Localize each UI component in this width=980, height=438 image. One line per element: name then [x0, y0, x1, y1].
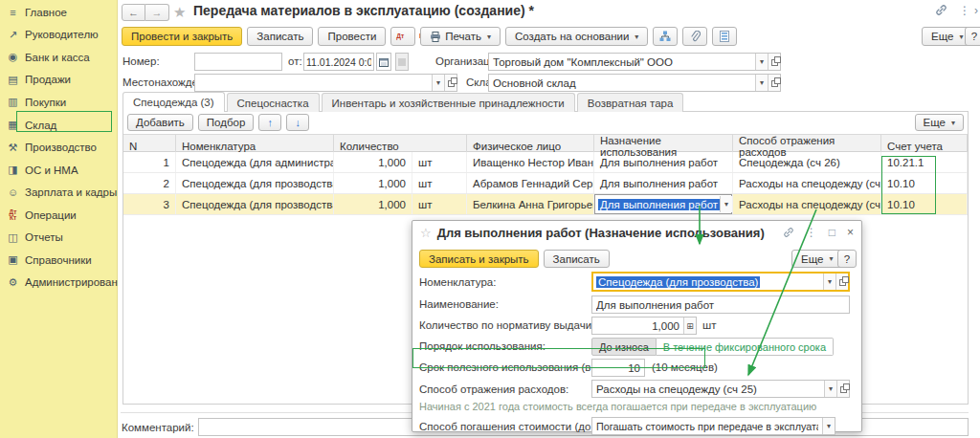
open-icon[interactable]	[836, 381, 849, 397]
structure-icon	[659, 31, 671, 42]
dialog-save-button[interactable]: Записать	[544, 250, 610, 268]
number-label: Номер:	[122, 55, 160, 67]
grid-more-button[interactable]: Еще▾	[915, 114, 964, 131]
dropdown-icon: ▾	[829, 254, 833, 263]
attachments-button[interactable]	[682, 27, 707, 46]
note-2021: Начиная с 2021 года стоимость всегда пог…	[419, 401, 816, 412]
calendar-icon	[379, 57, 389, 67]
expense-method-label: Способ отражения расходов:	[419, 383, 568, 395]
dropdown-icon: ▾	[487, 33, 491, 41]
nomenclature-field: Спецодежда (для прозводства) ▾	[591, 272, 850, 292]
create-based-on-button[interactable]: Создать на основании▾	[505, 27, 648, 46]
expense-method-input[interactable]	[592, 381, 824, 397]
sidebar-item-administration[interactable]: ⚙Администрирование	[0, 272, 117, 295]
name-field	[591, 296, 850, 314]
sidebar-item-fixed-assets[interactable]: ◨ОС и НМА	[0, 159, 117, 182]
open-icon[interactable]	[732, 196, 733, 212]
useful-life-field	[591, 359, 645, 377]
get-link-icon[interactable]	[783, 227, 794, 238]
purpose-combo[interactable]: Для выполнения работ ▾	[594, 194, 732, 214]
useful-life-input[interactable]	[592, 360, 644, 376]
nomenclature-value[interactable]: Спецодежда (для прозводства)	[596, 276, 760, 288]
app-window: ≡Главное ↗Руководителю ◉Банк и касса ▤Пр…	[0, 0, 980, 438]
dropdown-icon[interactable]: ▾	[823, 274, 835, 290]
number-input[interactable]	[195, 54, 281, 70]
dropdown-icon[interactable]: ▾	[755, 75, 768, 91]
current-date-button[interactable]	[395, 53, 409, 71]
dialog-help-button[interactable]: ?	[837, 250, 857, 268]
open-icon[interactable]	[835, 274, 848, 290]
dropdown-icon[interactable]: ▾	[755, 54, 768, 70]
maximize-icon[interactable]: □	[829, 226, 835, 239]
structure-button[interactable]	[653, 27, 678, 46]
dtkt-postings-button[interactable]: Дт Кт	[390, 27, 415, 46]
dialog-titlebar: ☆ Для выполнения работ (Назначение испол…	[412, 221, 861, 244]
usage-until-wear-option[interactable]: До износа	[591, 338, 657, 356]
tab-workwear[interactable]: Спецодежда (3)	[122, 92, 225, 112]
print-button[interactable]: Печать▾	[420, 27, 501, 46]
cart-icon: ▥	[6, 96, 20, 108]
dropdown-icon[interactable]: ▾	[432, 75, 444, 91]
warehouse-input[interactable]	[489, 75, 755, 91]
redemption-field: ▾	[591, 417, 835, 435]
dropdown-icon[interactable]: ▾	[720, 196, 732, 212]
useful-life-hint: (10 месяцев)	[652, 361, 718, 373]
more-dots-icon[interactable]: ⋮	[959, 4, 970, 17]
expense-method-field: ▾	[591, 380, 850, 398]
tab-inventory[interactable]: Инвентарь и хозяйственные принадлежности	[322, 93, 575, 112]
help-button[interactable]: ?	[965, 27, 980, 46]
post-and-close-button[interactable]: Провести и закрыть	[122, 27, 242, 46]
sidebar-item-payroll[interactable]: ☺Зарплата и кадры	[0, 181, 117, 204]
calculator-icon[interactable]: ⊞	[683, 318, 696, 334]
qty-norm-input[interactable]	[592, 318, 683, 334]
sidebar-item-operations[interactable]: Дт КтОперации	[0, 204, 117, 227]
pick-button[interactable]: Подбор	[198, 114, 255, 131]
sidebar-item-directories[interactable]: ▣Справочники	[0, 249, 117, 272]
add-row-button[interactable]: Добавить	[127, 114, 193, 131]
briefcase-icon: ▤	[6, 74, 20, 86]
move-up-button[interactable]: ↑	[258, 114, 281, 131]
organization-input[interactable]	[489, 54, 755, 70]
number-field-wrap	[194, 53, 282, 71]
open-icon[interactable]	[768, 54, 780, 70]
location-input[interactable]	[195, 75, 432, 91]
favorite-star-icon[interactable]: ☆	[420, 226, 432, 240]
sidebar-item-purchases[interactable]: ▥Покупки	[0, 91, 117, 114]
sidebar-item-manager[interactable]: ↗Руководителю	[0, 24, 117, 47]
table-row[interactable]: 1 Спецодежда (для администрат. отдела) 1…	[123, 152, 968, 173]
sidebar-item-warehouse[interactable]: ▦Склад	[0, 114, 117, 137]
table-row[interactable]: 2 Спецодежда (для прозводства) 1,000 шт …	[123, 173, 968, 194]
report-list-button[interactable]	[712, 27, 737, 46]
date-input[interactable]	[304, 54, 373, 70]
more-dots-icon[interactable]: ⋮	[806, 226, 817, 239]
open-icon[interactable]	[768, 75, 780, 91]
nav-forward-button[interactable]: →	[145, 4, 169, 21]
name-input[interactable]	[592, 296, 849, 313]
tab-special-equipment[interactable]: Спецоснастка	[227, 93, 320, 112]
post-button[interactable]: Провести	[318, 27, 386, 46]
redemption-input[interactable]	[592, 418, 822, 434]
sidebar-item-sales[interactable]: ▤Продажи	[0, 69, 117, 92]
dialog-more-button[interactable]: Еще▾	[791, 250, 842, 268]
tab-returnable-packaging[interactable]: Возвратная тара	[577, 93, 684, 112]
sidebar-item-reports[interactable]: ◫Отчеты	[0, 226, 117, 249]
get-link-icon[interactable]	[935, 4, 947, 16]
write-button[interactable]: Записать	[247, 27, 313, 46]
sidebar-item-main[interactable]: ≡Главное	[0, 1, 117, 24]
close-icon[interactable]: ×	[847, 226, 854, 239]
open-icon[interactable]	[444, 75, 457, 91]
sidebar-item-bank-cash[interactable]: ◉Банк и касса	[0, 46, 117, 69]
expand-panel-icon[interactable]: ›	[974, 4, 978, 17]
nav-back-button[interactable]: ←	[122, 4, 145, 21]
favorite-star-icon[interactable]: ★	[173, 4, 186, 21]
truck-icon: ◨	[6, 164, 20, 176]
dropdown-icon[interactable]: ▾	[824, 381, 836, 397]
usage-fixed-term-option[interactable]: В течение фиксированного срока	[657, 338, 834, 356]
menu-icon: ≡	[6, 7, 20, 18]
move-down-button[interactable]: ↓	[286, 114, 309, 131]
table-row-selected[interactable]: 3 Спецодежда (для прозводства) 1,000 шт …	[123, 194, 968, 215]
dropdown-icon[interactable]: ▾	[822, 418, 835, 434]
dialog-save-close-button[interactable]: Записать и закрыть	[419, 250, 539, 268]
sidebar-item-production[interactable]: ⚒Производство	[0, 136, 117, 159]
calendar-button[interactable]	[376, 53, 391, 71]
